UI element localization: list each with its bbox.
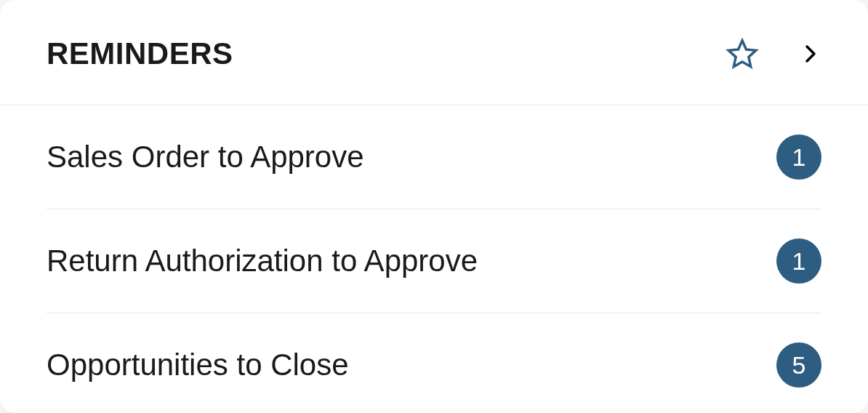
- reminder-label: Opportunities to Close: [47, 348, 349, 382]
- reminder-label: Sales Order to Approve: [47, 140, 364, 175]
- chevron-right-icon[interactable]: [800, 37, 821, 71]
- reminder-item-return-auth[interactable]: Return Authorization to Approve 1: [47, 209, 821, 313]
- svg-marker-0: [728, 41, 756, 67]
- count-badge: 1: [776, 135, 821, 180]
- reminders-list: Sales Order to Approve 1 Return Authoriz…: [0, 105, 868, 413]
- reminders-title: REMINDERS: [47, 36, 233, 71]
- reminder-label: Return Authorization to Approve: [47, 244, 478, 278]
- reminder-item-opportunities[interactable]: Opportunities to Close 5: [47, 313, 821, 413]
- reminder-item-sales-order[interactable]: Sales Order to Approve 1: [47, 105, 821, 209]
- count-badge: 5: [776, 342, 821, 388]
- header-actions: [726, 37, 821, 71]
- star-icon[interactable]: [726, 37, 759, 71]
- reminders-header: REMINDERS: [0, 0, 868, 105]
- count-badge: 1: [776, 238, 821, 284]
- reminders-card: REMINDERS Sales Order to Approve 1 Retur…: [0, 0, 868, 413]
